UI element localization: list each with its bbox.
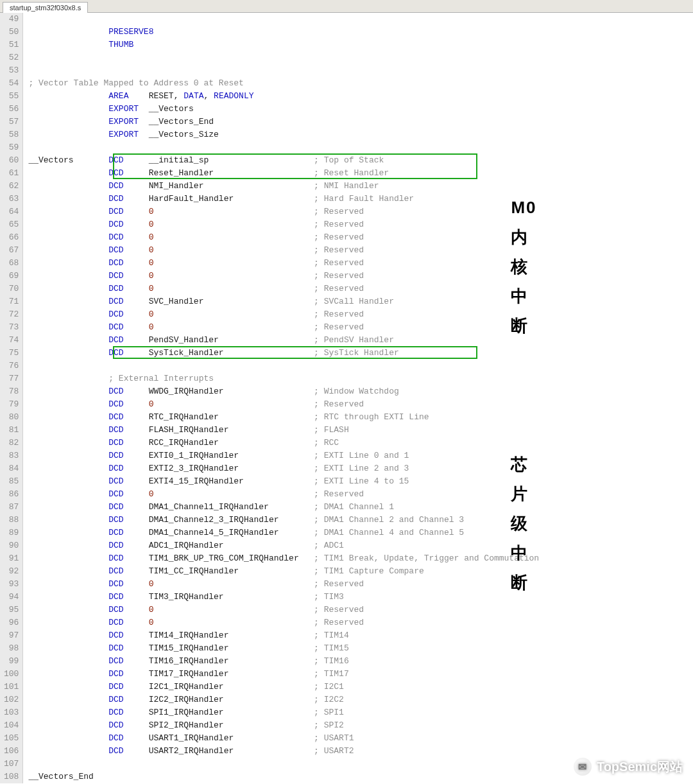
code-line — [23, 141, 693, 154]
code-line: DCD RCC_IRQHandler ; RCC — [23, 437, 693, 449]
line-number: 108 — [4, 771, 19, 783]
watermark-text: TopSemic网站 — [597, 758, 683, 776]
line-number: 85 — [4, 475, 19, 488]
line-number: 51 — [4, 39, 19, 51]
code-line: EXPORT __Vectors — [23, 103, 693, 116]
code-line: DCD 0 ; Reserved — [23, 398, 693, 411]
code-line: DCD USART1_IRQHandler ; USART1 — [23, 732, 693, 745]
line-number: 93 — [4, 578, 19, 591]
code-line: DCD DMA1_Channel1_IRQHandler ; DMA1 Chan… — [23, 501, 693, 514]
line-number: 60 — [4, 154, 19, 167]
code-line: DCD SysTick_Handler ; SysTick Handler — [23, 347, 693, 360]
code-line: PRESERVE8 — [23, 26, 693, 39]
line-number: 76 — [4, 360, 19, 372]
line-number: 87 — [4, 501, 19, 514]
line-number: 50 — [4, 26, 19, 39]
code-line: __Vectors DCD __initial_sp ; Top of Stac… — [23, 154, 693, 167]
code-line: DCD TIM15_IRQHandler ; TIM15 — [23, 642, 693, 655]
line-number: 55 — [4, 90, 19, 103]
line-number: 53 — [4, 64, 19, 77]
code-line — [23, 64, 693, 77]
code-line: DCD 0 ; Reserved — [23, 218, 693, 231]
line-number: 65 — [4, 218, 19, 231]
code-line: DCD 0 ; Reserved — [23, 578, 693, 591]
line-number: 97 — [4, 629, 19, 642]
code-line: DCD HardFault_Handler ; Hard Fault Handl… — [23, 193, 693, 205]
line-number: 98 — [4, 642, 19, 655]
code-line — [23, 13, 693, 26]
code-area[interactable]: PRESERVE8 THUMB; Vector Table Mapped to … — [23, 13, 693, 783]
tab-bar: startup_stm32f030x8.s — [0, 0, 693, 13]
line-number: 94 — [4, 591, 19, 604]
file-tab[interactable]: startup_stm32f030x8.s — [3, 2, 88, 13]
code-line: DCD 0 ; Reserved — [23, 205, 693, 218]
watermark: ✉ TopSemic网站 — [574, 758, 683, 776]
line-number: 83 — [4, 449, 19, 462]
line-number: 96 — [4, 616, 19, 629]
code-line: ; Vector Table Mapped to Address 0 at Re… — [23, 77, 693, 90]
code-line: DCD 0 ; Reserved — [23, 257, 693, 270]
line-number: 95 — [4, 604, 19, 616]
code-line: DCD 0 ; Reserved — [23, 244, 693, 257]
code-editor[interactable]: 4950515253545556575859606162636465666768… — [0, 13, 693, 783]
line-number: 90 — [4, 539, 19, 552]
line-number: 89 — [4, 527, 19, 539]
code-line: DCD 0 ; Reserved — [23, 604, 693, 616]
line-number: 107 — [4, 758, 19, 771]
code-line: DCD DMA1_Channel4_5_IRQHandler ; DMA1 Ch… — [23, 527, 693, 539]
code-line: AREA RESET, DATA, READONLY — [23, 90, 693, 103]
line-number: 72 — [4, 308, 19, 321]
line-number: 56 — [4, 103, 19, 116]
code-line: DCD EXTI2_3_IRQHandler ; EXTI Line 2 and… — [23, 462, 693, 475]
code-line: DCD 0 ; Reserved — [23, 270, 693, 283]
code-line: DCD 0 ; Reserved — [23, 488, 693, 501]
code-line: DCD TIM1_BRK_UP_TRG_COM_IRQHandler ; TIM… — [23, 552, 693, 565]
wechat-icon: ✉ — [574, 758, 592, 776]
code-line: DCD TIM1_CC_IRQHandler ; TIM1 Capture Co… — [23, 565, 693, 578]
line-number: 59 — [4, 141, 19, 154]
code-line: DCD 0 ; Reserved — [23, 283, 693, 295]
code-line: DCD TIM14_IRQHandler ; TIM14 — [23, 629, 693, 642]
line-number: 103 — [4, 706, 19, 719]
line-number: 106 — [4, 745, 19, 758]
code-line: DCD WWDG_IRQHandler ; Window Watchdog — [23, 385, 693, 398]
code-line: DCD EXTI4_15_IRQHandler ; EXTI Line 4 to… — [23, 475, 693, 488]
line-number: 84 — [4, 462, 19, 475]
line-number: 81 — [4, 424, 19, 437]
line-number: 54 — [4, 77, 19, 90]
line-number: 58 — [4, 128, 19, 141]
annotation-label: M0 内 核 中 断 — [511, 193, 536, 340]
code-line: DCD 0 ; Reserved — [23, 231, 693, 244]
code-line: DCD PendSV_Handler ; PendSV Handler — [23, 334, 693, 347]
code-line — [23, 51, 693, 64]
line-number: 62 — [4, 180, 19, 193]
line-number: 61 — [4, 167, 19, 180]
line-number: 66 — [4, 231, 19, 244]
code-line — [23, 360, 693, 372]
annotation-label: 芯 片 级 中 断 — [511, 449, 529, 597]
code-line: EXPORT __Vectors_Size — [23, 128, 693, 141]
line-number: 68 — [4, 257, 19, 270]
code-line: DCD EXTI0_1_IRQHandler ; EXTI Line 0 and… — [23, 449, 693, 462]
code-line: ; External Interrupts — [23, 372, 693, 385]
line-number: 92 — [4, 565, 19, 578]
code-line: DCD SPI1_IRQHandler ; SPI1 — [23, 706, 693, 719]
line-number: 91 — [4, 552, 19, 565]
line-number: 67 — [4, 244, 19, 257]
code-line: DCD 0 ; Reserved — [23, 321, 693, 334]
code-line: DCD SVC_Handler ; SVCall Handler — [23, 295, 693, 308]
line-number: 63 — [4, 193, 19, 205]
line-number: 52 — [4, 51, 19, 64]
line-number: 101 — [4, 681, 19, 693]
line-number: 74 — [4, 334, 19, 347]
code-line: DCD 0 ; Reserved — [23, 308, 693, 321]
code-line: DCD FLASH_IRQHandler ; FLASH — [23, 424, 693, 437]
line-number: 88 — [4, 514, 19, 527]
line-number: 75 — [4, 347, 19, 360]
code-line: DCD TIM16_IRQHandler ; TIM16 — [23, 655, 693, 668]
line-number: 82 — [4, 437, 19, 449]
line-number: 78 — [4, 385, 19, 398]
line-number: 49 — [4, 13, 19, 26]
line-gutter: 4950515253545556575859606162636465666768… — [0, 13, 23, 783]
line-number: 80 — [4, 411, 19, 424]
